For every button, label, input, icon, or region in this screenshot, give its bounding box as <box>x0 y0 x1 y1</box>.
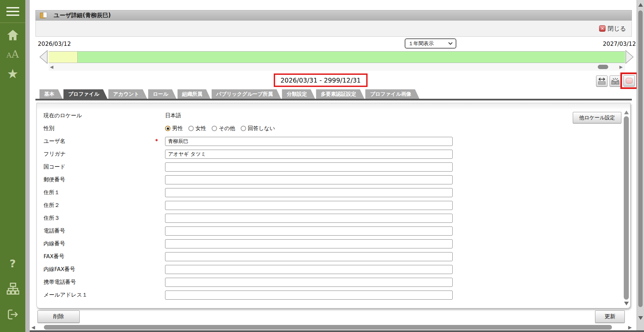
field-input[interactable] <box>165 150 453 159</box>
panel-scroll-down-icon[interactable] <box>624 302 629 305</box>
field-input[interactable] <box>165 175 453 184</box>
subscroll-thumb[interactable] <box>598 65 608 69</box>
subscroll-left-arrow-icon[interactable]: ◀ <box>50 64 53 70</box>
close-button[interactable]: ✕ 閉じる <box>599 25 626 33</box>
page-vertical-scrollbar <box>637 0 644 330</box>
timeline-zoom-select[interactable]: １年間表示 <box>405 38 456 49</box>
tab-item[interactable]: 分類設定 <box>282 89 315 99</box>
sidebar-shadow-strip <box>25 0 30 332</box>
field-input[interactable] <box>165 239 453 248</box>
menu-icon[interactable] <box>0 5 25 18</box>
tab-item[interactable]: パブリックグループ所属 <box>212 89 281 99</box>
field-input[interactable] <box>165 137 453 146</box>
timeline-start-date: 2026/03/12 <box>38 40 71 47</box>
vscroll-down-arrow-icon[interactable] <box>638 316 643 320</box>
field-input[interactable] <box>165 188 453 197</box>
collapse-icon <box>611 77 620 85</box>
timeline-segment-past <box>49 52 78 63</box>
highlighted-toggle-icon <box>626 78 633 84</box>
field-input[interactable] <box>165 162 453 172</box>
field-input[interactable] <box>165 291 453 300</box>
field-input[interactable] <box>165 201 453 210</box>
timeline-track[interactable] <box>49 51 625 63</box>
tab-item[interactable]: アカウント <box>108 89 147 99</box>
form-field-row: 携帯電話番号 <box>37 276 630 289</box>
timeline-dates-row: 2026/03/12 １年間表示 2027/03/12 <box>30 40 637 50</box>
font-size-icon[interactable]: AA <box>0 47 25 61</box>
gender-radio-label: 男性 <box>172 125 183 132</box>
field-input[interactable] <box>165 214 453 223</box>
field-label: メールアドレス１ <box>37 292 148 299</box>
toolbar: ✕ 閉じる <box>35 21 632 37</box>
field-label: 住所３ <box>37 215 148 222</box>
gender-radio[interactable] <box>241 126 246 131</box>
tab-item[interactable]: 組織所属 <box>178 89 211 99</box>
sidebar-divider <box>0 23 25 23</box>
home-icon[interactable] <box>0 28 25 42</box>
close-x-icon: ✕ <box>599 25 606 32</box>
logout-icon[interactable] <box>0 307 25 322</box>
tab-item[interactable]: ロール <box>148 89 177 99</box>
timeline-subscroll: ◀ ▶ <box>49 63 625 71</box>
help-icon[interactable]: ? <box>0 256 25 271</box>
hscroll-left-arrow-icon[interactable]: ◀ <box>31 325 35 330</box>
subscroll-right-arrow-icon[interactable]: ▶ <box>619 64 623 70</box>
form-field-row: 電話番号 <box>37 224 630 237</box>
form-field-row: 内線FAX番号 <box>37 263 630 276</box>
delete-button[interactable]: 削除 <box>37 310 80 323</box>
field-label: フリガナ <box>37 151 148 158</box>
tab-item[interactable]: 多要素認証設定 <box>316 89 364 99</box>
field-label: 内線番号 <box>37 240 148 247</box>
gender-radio[interactable] <box>165 126 170 131</box>
timeline-segment-active <box>78 52 625 63</box>
form-field-row: 内線番号 <box>37 237 630 250</box>
form-field-row: 郵便番号 <box>37 173 630 186</box>
tab-list: 基本プロファイルアカウントロール組織所属パブリックグループ所属分類設定多要素認証… <box>39 89 421 99</box>
annotation-red-box <box>620 72 638 89</box>
field-label: 内線FAX番号 <box>37 266 148 273</box>
field-label: 電話番号 <box>37 228 148 235</box>
vscroll-thumb[interactable] <box>638 10 643 307</box>
tab-item[interactable]: プロファイル画像 <box>365 89 419 99</box>
profile-form-panel: 現在のロケール 日本語 性別 男性女性その他回答しない ユーザ名*フリガナ国コー… <box>36 103 630 308</box>
field-input[interactable] <box>165 227 453 236</box>
form-field-row: 住所２ <box>37 199 630 212</box>
timeline-scroll-right-button[interactable] <box>625 50 635 64</box>
field-input[interactable] <box>165 252 453 261</box>
panel-scrollbar <box>623 111 629 305</box>
highlighted-toggle-button[interactable] <box>623 75 635 86</box>
hscroll-thumb[interactable] <box>44 325 612 330</box>
form-field-row: 住所３ <box>37 212 630 224</box>
folder-document-icon <box>40 12 48 19</box>
collapse-button[interactable] <box>610 76 621 87</box>
field-input[interactable] <box>165 278 453 287</box>
timeline-zoom-value: １年間表示 <box>408 40 434 47</box>
field-label: 携帯電話番号 <box>37 279 148 286</box>
star-icon[interactable]: ★ <box>0 66 25 82</box>
form-field-row: ユーザ名* <box>37 135 630 148</box>
hscroll-right-arrow-icon[interactable]: ▶ <box>628 325 632 330</box>
timeline-scroll-left-button[interactable] <box>38 50 48 64</box>
tab-item[interactable]: 基本 <box>39 89 62 99</box>
field-label: 国コード <box>37 163 148 171</box>
gender-radio[interactable] <box>212 126 217 131</box>
panel-scroll-thumb[interactable] <box>624 116 629 300</box>
fit-width-button[interactable] <box>596 76 608 87</box>
form-field-row: 国コード <box>37 160 630 173</box>
gender-radio[interactable] <box>188 126 194 131</box>
form-field-row: メールアドレス１ <box>37 289 630 301</box>
vscroll-up-arrow-icon[interactable] <box>638 3 643 7</box>
locale-value: 日本語 <box>165 112 630 119</box>
horizontal-scrollbar: ◀ ▶ <box>30 324 637 331</box>
sidebar: AA ★ ? <box>0 0 25 332</box>
page-title: ユーザ詳細(青柳辰巳) <box>54 11 111 19</box>
form-field-row: 住所１ <box>37 186 630 199</box>
other-locale-settings-button[interactable]: 他ロケール設定 <box>573 112 621 123</box>
tab-item[interactable]: プロファイル <box>63 89 107 99</box>
form-field-row: フリガナ <box>37 148 630 160</box>
gender-options: 男性女性その他回答しない <box>165 125 630 132</box>
field-input[interactable] <box>165 265 453 274</box>
update-button[interactable]: 更新 <box>595 310 625 323</box>
panel-scroll-up-icon[interactable] <box>624 111 629 114</box>
org-chart-icon[interactable] <box>0 281 25 297</box>
